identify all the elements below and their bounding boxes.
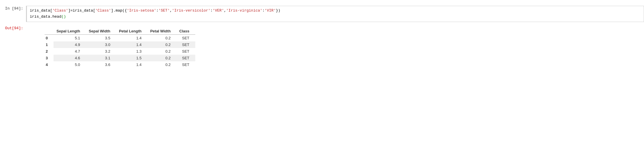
col-header-petal-length: Petal Length: [116, 28, 147, 35]
table-cell: SET: [176, 34, 195, 41]
col-header-class: Class: [176, 28, 195, 35]
code-line-1: iris_data['Class']=iris_data['Class'].ma…: [30, 8, 641, 14]
code-part-12: ,: [224, 8, 226, 13]
table-cell: 0.2: [147, 48, 176, 55]
table-cell: 1.3: [116, 48, 147, 55]
col-header-sepal-length: Sepal Length: [54, 28, 86, 35]
code-part-0: iris_data[: [30, 8, 52, 13]
table-row-index: 4: [45, 61, 54, 68]
table-cell: SET: [176, 48, 195, 55]
col-header-sepal-width: Sepal Width: [86, 28, 116, 35]
code-part-6: :: [156, 8, 159, 13]
table-cell: 1.5: [116, 55, 147, 61]
code-part-19: ): [64, 14, 66, 19]
output-content: Sepal Length Sepal Width Petal Length Pe…: [26, 25, 644, 68]
table-cell: SET: [176, 55, 195, 61]
table-row: 34.63.11.50.2SET: [45, 55, 195, 61]
table-row: 24.73.21.30.2SET: [45, 48, 195, 55]
table-cell: 4.9: [54, 41, 86, 48]
table-row: 14.93.01.40.2SET: [45, 41, 195, 48]
table-cell: 3.0: [86, 41, 116, 48]
table-row: 45.03.61.40.2SET: [45, 61, 195, 68]
input-area: In [94]: iris_data['Class']=iris_data['C…: [0, 5, 644, 23]
code-line-2: iris_data.head(): [30, 14, 641, 20]
table-row-index: 0: [45, 34, 54, 41]
table-cell: 3.5: [86, 34, 116, 41]
table-cell: 0.2: [147, 41, 176, 48]
input-label: In [94]:: [0, 6, 26, 11]
output-area: Out[94]: Sepal Length Sepal Width Petal …: [0, 23, 644, 68]
table-cell: SET: [176, 41, 195, 48]
table-cell: 1.4: [116, 41, 147, 48]
table-cell: 5.1: [54, 34, 86, 41]
notebook-cell: In [94]: iris_data['Class']=iris_data['C…: [0, 0, 644, 73]
table-cell: 3.6: [86, 61, 116, 68]
code-part-16: }): [276, 8, 280, 13]
table-cell: 1.4: [116, 34, 147, 41]
code-part-1: 'Class': [52, 8, 68, 13]
code-part-4: ].map({: [111, 8, 127, 13]
table-cell: 1.4: [116, 61, 147, 68]
table-cell: 0.2: [147, 34, 176, 41]
code-part-8: ,: [170, 8, 172, 13]
code-part-17: iris_data.head: [30, 14, 61, 19]
dataframe-table: Sepal Length Sepal Width Petal Length Pe…: [45, 28, 195, 68]
table-row-index: 3: [45, 55, 54, 61]
table-cell: 0.2: [147, 61, 176, 68]
table-cell: 4.6: [54, 55, 86, 61]
table-cell: 3.2: [86, 48, 116, 55]
code-part-2: ]=iris_data[: [68, 8, 95, 13]
output-label: Out[94]:: [0, 25, 26, 30]
code-part-7: 'SET': [159, 8, 170, 13]
code-part-3: 'Class': [95, 8, 111, 13]
table-row: 05.13.51.40.2SET: [45, 34, 195, 41]
code-part-18: (: [61, 14, 64, 19]
code-part-15: 'VIR': [264, 8, 276, 13]
col-header-petal-width: Petal Width: [147, 28, 176, 35]
code-part-11: 'VER': [213, 8, 224, 13]
code-part-5: 'Iris-setosa': [127, 8, 156, 13]
code-part-13: 'Iris-virginica': [226, 8, 262, 13]
table-cell: 0.2: [147, 55, 176, 61]
code-part-10: :: [210, 8, 213, 13]
table-row-index: 1: [45, 41, 54, 48]
col-header-index: [45, 28, 54, 35]
table-cell: 3.1: [86, 55, 116, 61]
table-cell: SET: [176, 61, 195, 68]
table-row-index: 2: [45, 48, 54, 55]
code-block[interactable]: iris_data['Class']=iris_data['Class'].ma…: [26, 6, 644, 22]
code-part-9: 'Iris-versicolor': [172, 8, 211, 13]
table-cell: 4.7: [54, 48, 86, 55]
table-cell: 5.0: [54, 61, 86, 68]
table-header-row: Sepal Length Sepal Width Petal Length Pe…: [45, 28, 195, 35]
